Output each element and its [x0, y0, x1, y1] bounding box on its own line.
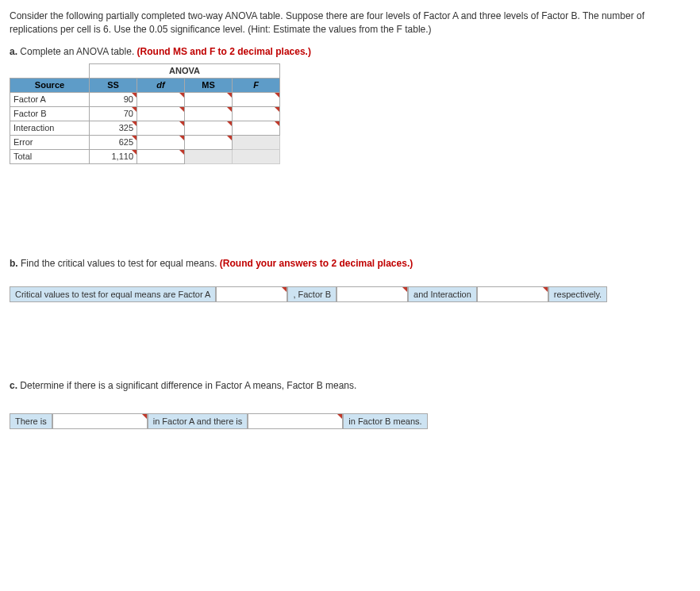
col-ss: SS: [90, 78, 137, 92]
anova-title: ANOVA: [90, 63, 280, 78]
part-a-label: a. Complete an ANOVA table. (Round MS an…: [10, 46, 690, 57]
df-input[interactable]: [137, 135, 185, 149]
ms-input[interactable]: [185, 121, 233, 135]
ss-input[interactable]: 1,110: [90, 149, 137, 163]
df-input[interactable]: [137, 121, 185, 135]
critical-values-row: Critical values to test for equal means …: [10, 286, 690, 302]
ms-input[interactable]: [185, 135, 233, 149]
anova-table: ANOVA Source SS df MS F Factor A 90 Fact…: [10, 63, 280, 164]
ms-input[interactable]: [185, 106, 233, 121]
sig-lead: There is: [10, 413, 52, 429]
col-ms: MS: [185, 78, 233, 92]
sig-factor-b-input[interactable]: [248, 413, 343, 429]
f-input[interactable]: [233, 106, 280, 121]
f-input[interactable]: [233, 92, 280, 106]
sig-trail: in Factor B means.: [343, 413, 427, 429]
table-row: Interaction 325: [10, 121, 280, 135]
crit-factor-b-label: , Factor B: [287, 286, 337, 302]
col-f: F: [233, 78, 280, 92]
f-input[interactable]: [233, 121, 280, 135]
problem-intro: Consider the following partially complet…: [10, 10, 690, 36]
part-c-label: c. Determine if there is a significant d…: [10, 380, 690, 391]
table-row: Factor B 70: [10, 106, 280, 121]
sig-factor-a-input[interactable]: [52, 413, 148, 429]
col-df: df: [137, 78, 185, 92]
crit-factor-b-input[interactable]: [337, 286, 408, 302]
ss-input[interactable]: 325: [90, 121, 137, 135]
ms-input[interactable]: [185, 92, 233, 106]
table-row: Total 1,110: [10, 149, 280, 163]
df-input[interactable]: [137, 106, 185, 121]
table-row: Error 625: [10, 135, 280, 149]
ss-input[interactable]: 625: [90, 135, 137, 149]
table-row: Factor A 90: [10, 92, 280, 106]
part-b-label: b. Find the critical values to test for …: [10, 258, 690, 269]
crit-interaction-label: and Interaction: [408, 286, 477, 302]
col-source: Source: [10, 78, 90, 92]
sig-mid: in Factor A and there is: [148, 413, 248, 429]
significance-row: There is in Factor A and there is in Fac…: [10, 413, 690, 429]
crit-interaction-input[interactable]: [477, 286, 548, 302]
df-input[interactable]: [137, 92, 185, 106]
crit-trail: respectively.: [548, 286, 607, 302]
ss-input[interactable]: 70: [90, 106, 137, 121]
crit-lead: Critical values to test for equal means …: [10, 286, 216, 302]
df-input[interactable]: [137, 149, 185, 163]
ss-input[interactable]: 90: [90, 92, 137, 106]
crit-factor-a-input[interactable]: [216, 286, 287, 302]
